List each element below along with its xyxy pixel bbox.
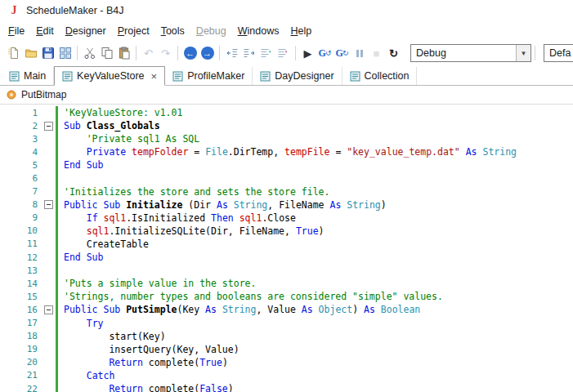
code-line[interactable]: 11 CreateTable	[0, 238, 573, 251]
code-line[interactable]: 21 Catch	[0, 369, 573, 382]
code-line[interactable]: 12End Sub	[0, 251, 573, 264]
fold-column	[43, 305, 54, 314]
menu-windows[interactable]: Windows	[232, 23, 285, 39]
menu-file[interactable]: File	[2, 23, 30, 39]
code-line[interactable]: 5End Sub	[0, 158, 573, 172]
menu-help[interactable]: Help	[284, 23, 317, 39]
code-text: Try	[54, 318, 103, 329]
code-text: CreateTable	[54, 238, 149, 250]
tab-daydesigner[interactable]: DayDesigner	[253, 67, 342, 85]
app-logo-icon: J	[7, 4, 20, 17]
toolbar-separator	[177, 46, 178, 60]
code-text: 'KeyValueStore: v1.01	[54, 107, 182, 118]
code-line[interactable]: 14'Puts a simple value in the store.	[0, 277, 573, 290]
cut-icon[interactable]	[81, 44, 98, 62]
code-line[interactable]: 4 Private tempFolder = File.DirTemp, tem…	[0, 145, 573, 158]
stop-icon[interactable]: ■	[368, 44, 385, 62]
restart-icon[interactable]: ↻	[385, 44, 402, 62]
code-text: start(Key)	[54, 331, 166, 342]
code-line[interactable]: 20 Return complete(True)	[0, 356, 573, 369]
tab-label: Collection	[365, 70, 410, 82]
undo-icon[interactable]: ↶	[140, 44, 157, 62]
new-file-icon[interactable]	[5, 44, 22, 62]
module-icon	[350, 71, 360, 82]
code-text: 'Private sql1 As SQL	[54, 133, 199, 145]
redo-icon[interactable]: ↷	[157, 44, 174, 62]
code-text: Public Sub PutSimple(Key As String, Valu…	[54, 304, 420, 315]
fold-column	[43, 200, 54, 209]
fold-collapse-icon[interactable]	[44, 305, 53, 314]
code-line[interactable]: 16Public Sub PutSimple(Key As String, Va…	[0, 303, 573, 316]
tab-label: Main	[24, 70, 46, 82]
menu-project[interactable]: Project	[112, 23, 155, 39]
tab-keyvaluestore[interactable]: KeyValueStore×	[54, 66, 165, 86]
uncomment-icon[interactable]: '	[275, 44, 292, 62]
code-text: Catch	[54, 370, 114, 381]
menubar: FileEditDesignerProjectToolsDebugWindows…	[0, 21, 573, 41]
open-folder-icon[interactable]	[22, 44, 39, 62]
build-configuration-value: Debug	[411, 47, 516, 59]
code-text: 'Strings, number types and booleans are …	[54, 291, 443, 302]
line-number: 22	[0, 384, 43, 392]
indent-icon[interactable]	[240, 44, 257, 62]
line-number: 6	[0, 173, 43, 184]
comment-icon[interactable]: '	[257, 44, 275, 62]
line-number: 3	[0, 134, 43, 145]
code-line[interactable]: 7'Initializes the store and sets the sto…	[0, 185, 573, 198]
module-icon	[172, 71, 183, 82]
svg-text:': '	[269, 49, 271, 59]
code-line[interactable]: 22 Return complete(False)	[0, 382, 573, 392]
code-line[interactable]: 17 Try	[0, 317, 573, 330]
code-text: Public Sub Initialize (Dir As String, Fi…	[54, 199, 387, 211]
current-sub-bar[interactable]: PutBitmap	[0, 86, 573, 105]
code-text: End Sub	[54, 159, 103, 171]
tab-close-icon[interactable]: ×	[151, 71, 158, 82]
build-configuration-select[interactable]: Debug ▾	[410, 44, 531, 62]
code-line[interactable]: 3 'Private sql1 As SQL	[0, 132, 573, 145]
sub-icon	[7, 90, 16, 100]
code-text: Return complete(True)	[54, 357, 228, 368]
code-line[interactable]: 1'KeyValueStore: v1.01	[0, 106, 573, 119]
modules-icon[interactable]	[56, 44, 74, 62]
code-text: Sub Class_Globals	[54, 120, 160, 131]
code-text: Return complete(False)	[54, 383, 234, 392]
code-line[interactable]: 13	[0, 264, 573, 277]
pause-icon[interactable]	[351, 44, 368, 62]
tab-label: ProfileMaker	[187, 70, 244, 82]
module-icon	[62, 71, 73, 82]
tab-profilemaker[interactable]: ProfileMaker	[165, 67, 253, 85]
back-icon[interactable]: ←	[181, 44, 199, 62]
code-line[interactable]: 19 insertQuery(Key, Value)	[0, 343, 573, 356]
tab-collection[interactable]: Collection	[342, 67, 418, 85]
fold-collapse-icon[interactable]	[44, 200, 53, 209]
line-number: 14	[0, 278, 43, 289]
chevron-down-icon[interactable]: ▾	[516, 45, 530, 61]
tab-main[interactable]: Main	[2, 67, 54, 85]
compile-debug-icon[interactable]: G↺	[316, 44, 334, 62]
outdent-icon[interactable]	[223, 44, 240, 62]
code-line[interactable]: 9 If sql1.IsInitialized Then sql1.Close	[0, 212, 573, 225]
compile-release-icon[interactable]: G↻	[334, 44, 351, 62]
paste-icon[interactable]	[115, 44, 132, 62]
code-text: 'Puts a simple value in the store.	[54, 278, 256, 289]
save-icon[interactable]	[39, 44, 56, 62]
copy-icon[interactable]	[98, 44, 115, 62]
fold-collapse-icon[interactable]	[44, 122, 53, 131]
secondary-select[interactable]: Defa	[544, 44, 573, 62]
menu-debug[interactable]: Debug	[190, 23, 232, 39]
line-number: 21	[0, 370, 43, 381]
forward-icon[interactable]: →	[199, 44, 216, 62]
menu-designer[interactable]: Designer	[60, 23, 112, 39]
menu-edit[interactable]: Edit	[30, 23, 60, 39]
menu-tools[interactable]: Tools	[155, 23, 190, 39]
line-number: 19	[0, 344, 43, 354]
code-line[interactable]: 18 start(Key)	[0, 330, 573, 343]
code-line[interactable]: 10 sql1.InitializeSQLite(Dir, FileName, …	[0, 225, 573, 238]
title-bar: J ScheduleMaker - B4J	[0, 0, 573, 21]
code-line[interactable]: 2Sub Class_Globals	[0, 119, 573, 132]
code-line[interactable]: 15'Strings, number types and booleans ar…	[0, 290, 573, 303]
code-line[interactable]: 6	[0, 172, 573, 185]
code-editor[interactable]: 1'KeyValueStore: v1.012Sub Class_Globals…	[0, 105, 573, 392]
run-icon[interactable]: ▶	[299, 44, 316, 62]
code-line[interactable]: 8Public Sub Initialize (Dir As String, F…	[0, 198, 573, 212]
